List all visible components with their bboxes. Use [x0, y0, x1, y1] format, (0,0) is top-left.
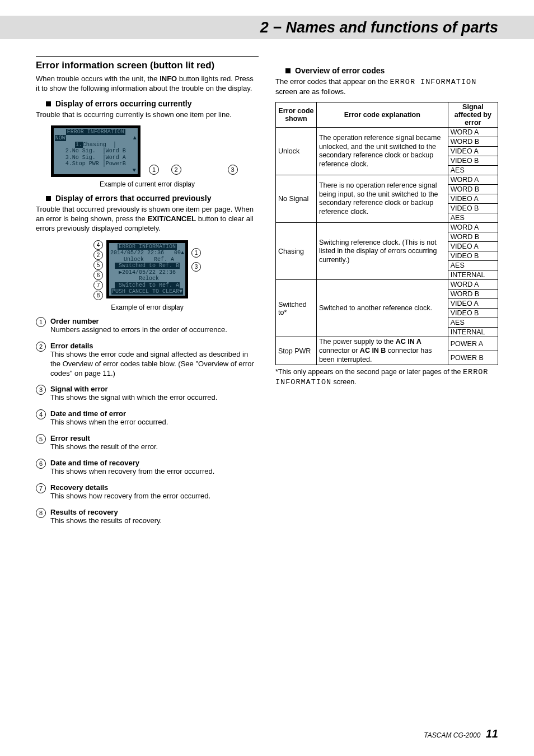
callout-3b: 3	[191, 262, 201, 272]
subheading-row-2: Display of errors that occurred previous…	[46, 194, 259, 203]
item-description: This shows the results of recovery.	[50, 516, 259, 526]
list-item: 4Date and time of errorThis shows when t…	[36, 409, 259, 427]
subheading-overview: Overview of error codes	[295, 66, 385, 75]
cell-explanation: Switched to another reference clock.	[316, 280, 448, 337]
item-description: This shows when the error occurred.	[50, 418, 259, 427]
cell-signal: VIDEO A	[448, 147, 498, 156]
cell-error-code: Unlock	[276, 128, 317, 175]
item-description: This shows the error code and signal aff…	[50, 350, 259, 379]
table-row: UnlockThe operation reference signal bec…	[276, 128, 498, 137]
th-error-code: Error code shown	[276, 102, 317, 128]
cell-signal: VIDEO B	[448, 204, 498, 213]
callout-2b: 2	[93, 250, 103, 260]
cell-signal: VIDEO A	[448, 194, 498, 204]
list-item: 8Results of recoveryThis shows the resul…	[36, 508, 259, 526]
circled-number-icon: 7	[36, 483, 46, 493]
cell-signal: VIDEO A	[448, 299, 498, 309]
square-bullet-icon	[46, 101, 51, 106]
list-item: 5Error resultThis shows the result of th…	[36, 434, 259, 452]
intro-bold: INFO	[160, 74, 177, 83]
item-title: Signal with error	[50, 385, 259, 393]
cell-signal: WORD A	[448, 128, 498, 137]
fig1-callouts: 1 2 3	[143, 165, 243, 175]
right-column: Overview of error codes The error codes …	[275, 56, 498, 533]
table-row: No SignalThere is no operation reference…	[276, 175, 498, 185]
item-description: Numbers assigned to errors in the order …	[50, 325, 259, 335]
subheading-1: Display of errors occurring currently	[55, 99, 192, 108]
circled-number-icon: 3	[36, 385, 46, 395]
table-row: Switched to*Switched to another referenc…	[276, 280, 498, 290]
callout-6: 6	[93, 270, 103, 280]
page-footer: TASCAM CG-2000 11	[424, 727, 498, 740]
circled-number-icon: 6	[36, 459, 46, 469]
subheading-2: Display of errors that occurred previous…	[55, 194, 212, 203]
header-band: 2 − Names and functions of parts	[0, 16, 534, 39]
table-row: Stop PWRThe power supply to the AC IN A …	[276, 337, 498, 351]
lcd-screen-1: ERROR INFORMATION NOW ▲ 1.Chasing │ 2.No…	[51, 125, 140, 178]
callout-5: 5	[93, 260, 103, 270]
cell-explanation: There is no operation reference signal b…	[316, 175, 448, 223]
cell-signal: VIDEO B	[448, 156, 498, 166]
cell-signal: AES	[448, 261, 498, 270]
cell-error-code: Chasing	[276, 223, 317, 280]
intro-text-1: When trouble occurs with the unit, the	[36, 74, 160, 83]
cell-signal: INTERNAL	[448, 270, 498, 280]
callout-1: 1	[149, 165, 159, 175]
callout-8: 8	[93, 291, 103, 300]
sub2-body: Trouble that occurred previously is show…	[36, 205, 259, 234]
lcd-screen-2: ERROR INFORMATION 2014/05/22 22:36 09▲ U…	[106, 240, 188, 298]
cell-signal: WORD A	[448, 280, 498, 290]
figure-2-caption: Example of error display	[36, 304, 259, 311]
item-title: Error details	[50, 342, 259, 350]
item-description: This shows how recovery from the error o…	[50, 492, 259, 501]
sub1-body: Trouble that is occurring currently is s…	[36, 110, 259, 120]
th-signal: Signal affected by error	[448, 102, 498, 128]
item-description: This shows the result of the error.	[50, 442, 259, 452]
item-description: This shows when recovery from the error …	[50, 467, 259, 477]
subheading-row-1: Display of errors occurring currently	[46, 99, 259, 108]
cell-signal: POWER A	[448, 337, 498, 351]
cell-signal: VIDEO B	[448, 309, 498, 318]
callout-7: 7	[93, 281, 103, 290]
footer-product: TASCAM CG-2000	[424, 731, 480, 739]
cell-signal: VIDEO A	[448, 242, 498, 251]
lcd2-title: ERROR INFORMATION	[118, 244, 177, 250]
item-title: Order number	[50, 317, 259, 325]
list-item: 2Error detailsThis shows the error code …	[36, 342, 259, 379]
figure-1: ERROR INFORMATION NOW ▲ 1.Chasing │ 2.No…	[36, 125, 259, 178]
lcd1-now: NOW	[55, 135, 66, 141]
section-rule	[36, 56, 259, 57]
cell-explanation: The power supply to the AC IN A connecto…	[316, 337, 448, 365]
cell-signal: WORD B	[448, 137, 498, 147]
section-title: Error information screen (button lit red…	[36, 60, 259, 71]
square-bullet-icon	[285, 68, 291, 73]
item-description: This shows the signal with which the err…	[50, 393, 259, 403]
figure-1-caption: Example of current error display	[36, 180, 259, 188]
table-footnote: *This only appears on the second page or…	[275, 367, 498, 387]
cell-explanation: The operation reference signal became un…	[316, 128, 448, 175]
callout-1b: 1	[191, 248, 201, 258]
list-item: 1Order numberNumbers assigned to errors …	[36, 317, 259, 335]
cell-signal: VIDEO B	[448, 251, 498, 261]
list-item: 3Signal with errorThis shows the signal …	[36, 385, 259, 403]
cell-error-code: Stop PWR	[276, 337, 317, 365]
lcd-inner-1: ERROR INFORMATION NOW ▲ 1.Chasing │ 2.No…	[54, 128, 138, 175]
list-item: 7Recovery detailsThis shows how recovery…	[36, 483, 259, 501]
square-bullet-icon	[46, 196, 51, 201]
circled-number-icon: 8	[36, 508, 46, 518]
cell-signal: WORD B	[448, 185, 498, 194]
figure-2: 4 2 5 6 7 8 ERROR INFORMATION 2014/05/22…	[36, 239, 259, 300]
circled-number-icon: 4	[36, 409, 46, 419]
item-title: Recovery details	[50, 483, 259, 492]
cell-signal: WORD A	[448, 223, 498, 232]
circled-number-icon: 5	[36, 434, 46, 444]
circled-number-icon: 2	[36, 342, 46, 352]
cell-signal: WORD A	[448, 175, 498, 185]
callout-4: 4	[93, 240, 103, 250]
cell-explanation: Switching reference clock. (This is not …	[316, 223, 448, 280]
intro-paragraph: When trouble occurs with the unit, the I…	[36, 74, 259, 94]
item-title: Results of recovery	[50, 508, 259, 516]
content-columns: Error information screen (button lit red…	[36, 56, 498, 533]
callout-3: 3	[228, 165, 238, 175]
table-row: ChasingSwitching reference clock. (This …	[276, 223, 498, 232]
